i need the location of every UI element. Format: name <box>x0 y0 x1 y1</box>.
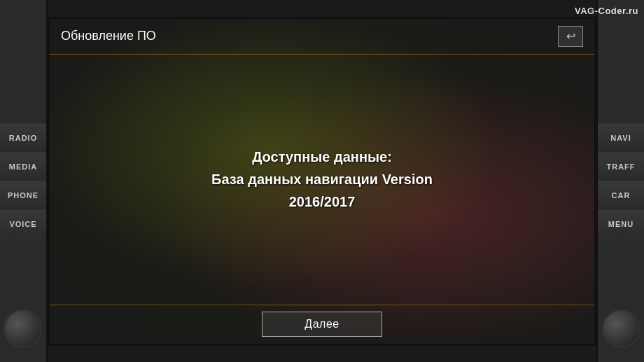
screen-footer: Далее <box>50 305 594 344</box>
media-button[interactable]: MEDIA <box>0 153 46 181</box>
screen-title: Обновление ПО <box>61 29 156 43</box>
content-line2: База данных навигации Version <box>211 172 433 187</box>
car-button[interactable]: CAR <box>598 181 644 210</box>
content-text: Доступные данные: База данных навигации … <box>211 146 433 213</box>
watermark: VAG-Coder.ru <box>575 6 638 16</box>
content-line1: Доступные данные: <box>252 149 392 165</box>
content-line3: 2016/2017 <box>289 194 356 209</box>
next-button[interactable]: Далее <box>262 312 382 337</box>
radio-button[interactable]: RADIO <box>0 123 46 153</box>
left-button-panel: RADIO MEDIA PHONE VOICE <box>0 0 48 362</box>
traffic-button[interactable]: TRAFF <box>598 153 644 181</box>
phone-button[interactable]: PHONE <box>0 181 46 210</box>
main-screen: Обновление ПО ↩ Доступные данные: База д… <box>48 17 596 346</box>
screen-content: Доступные данные: База данных навигации … <box>50 54 594 305</box>
voice-button[interactable]: VOICE <box>0 210 46 239</box>
menu-button[interactable]: MENU <box>598 210 644 239</box>
right-button-panel: NAVI TRAFF CAR MENU <box>596 0 644 362</box>
left-knob[interactable] <box>4 309 42 348</box>
screen-header: Обновление ПО ↩ <box>50 19 594 54</box>
back-button[interactable]: ↩ <box>558 26 583 47</box>
right-knob[interactable] <box>602 309 640 348</box>
navi-button[interactable]: NAVI <box>598 123 644 153</box>
